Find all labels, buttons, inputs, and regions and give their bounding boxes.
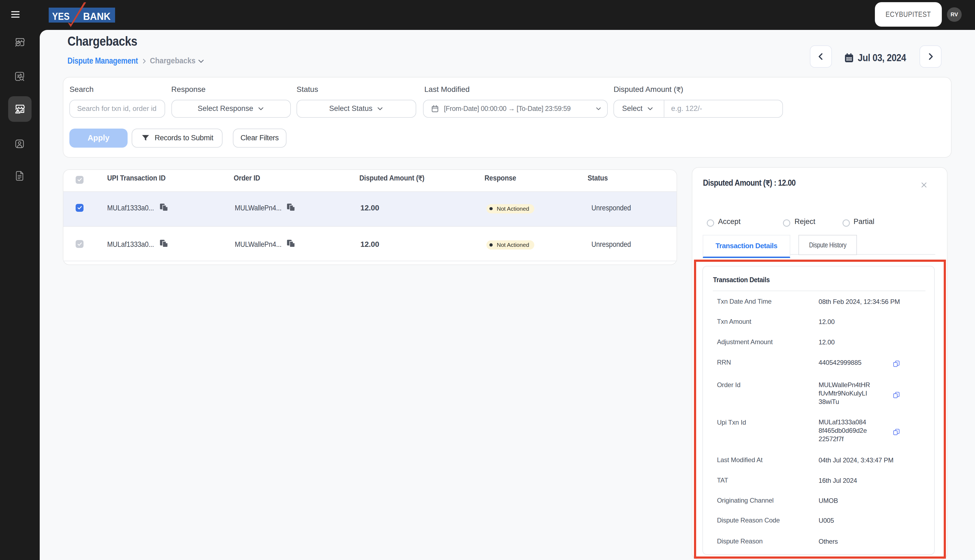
svg-text:BANK: BANK	[83, 11, 110, 22]
svg-text:YES: YES	[52, 11, 70, 22]
